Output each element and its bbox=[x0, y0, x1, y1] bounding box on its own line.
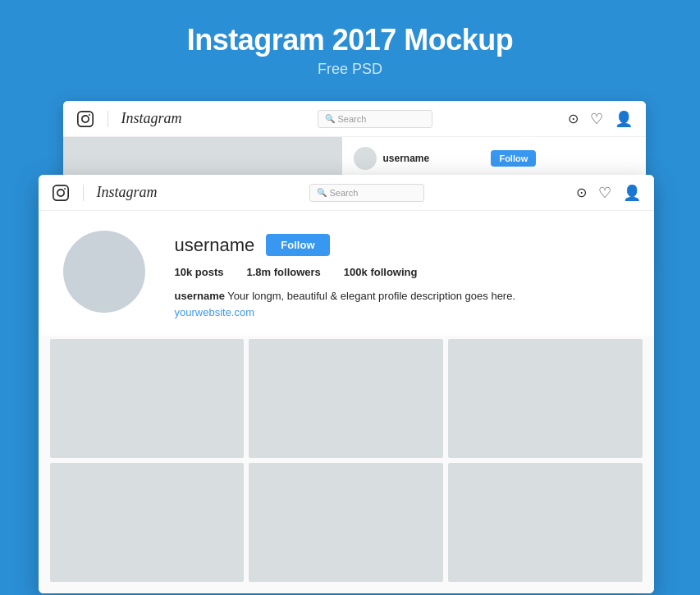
follow-button-profile[interactable]: Follow bbox=[266, 234, 329, 256]
svg-point-1 bbox=[81, 115, 88, 121]
profile-icon[interactable]: 👤 bbox=[615, 110, 633, 128]
logo-area-front: Instagram bbox=[52, 184, 158, 202]
instagram-logo-icon bbox=[76, 110, 94, 128]
stat-posts: 10k posts bbox=[175, 266, 224, 278]
stat-followers: 1.8m followers bbox=[247, 266, 321, 278]
search-placeholder-front: Search bbox=[330, 188, 359, 198]
grid-row-2 bbox=[50, 463, 643, 582]
heart-icon-front[interactable]: ♡ bbox=[598, 184, 611, 202]
heart-icon[interactable]: ♡ bbox=[590, 110, 603, 128]
instagram-wordmark-front: Instagram bbox=[97, 184, 158, 201]
profile-stats-row: 10k posts 1.8m followers 100k following bbox=[175, 266, 629, 278]
bio-username: username bbox=[175, 290, 225, 302]
svg-point-4 bbox=[57, 189, 63, 195]
search-box-front[interactable]: 🔍 Search bbox=[309, 184, 424, 202]
grid-cell-2-3[interactable] bbox=[448, 463, 643, 582]
svg-point-5 bbox=[64, 188, 66, 190]
profile-header: username Follow 10k posts 1.8m followers… bbox=[39, 211, 654, 336]
nav-icons-front: ⊙ ♡ 👤 bbox=[576, 184, 641, 202]
nav-divider bbox=[108, 111, 108, 127]
stat-posts-label: posts bbox=[195, 266, 224, 278]
nav-divider-front bbox=[83, 185, 84, 201]
search-icon: 🔍 bbox=[325, 114, 335, 123]
nav-bar-back: Instagram 🔍 Search ⊙ ♡ 👤 bbox=[63, 101, 646, 137]
compass-icon[interactable]: ⊙ bbox=[568, 111, 579, 126]
logo-area: Instagram bbox=[76, 110, 182, 128]
stat-following: 100k following bbox=[344, 266, 418, 278]
profile-icon-front[interactable]: 👤 bbox=[623, 184, 641, 202]
instagram-wordmark: Instagram bbox=[121, 110, 182, 127]
stat-following-count: 100k bbox=[344, 266, 368, 278]
nav-search-area: 🔍 Search bbox=[182, 110, 568, 128]
profile-avatar bbox=[63, 231, 145, 313]
stat-followers-count: 1.8m bbox=[247, 266, 272, 278]
bio-text: Your longm, beautiful & elegant profile … bbox=[225, 290, 515, 302]
profile-grid bbox=[39, 336, 654, 593]
stat-followers-label: followers bbox=[274, 266, 321, 278]
card-front: Instagram 🔍 Search ⊙ ♡ 👤 username Follow bbox=[39, 175, 654, 593]
stat-posts-count: 10k bbox=[175, 266, 193, 278]
search-icon-front: 🔍 bbox=[317, 188, 327, 197]
stat-following-label: following bbox=[370, 266, 417, 278]
nav-icons: ⊙ ♡ 👤 bbox=[568, 110, 633, 128]
profile-username: username bbox=[175, 235, 255, 256]
post-user-row: username Follow bbox=[354, 147, 537, 170]
compass-icon-front[interactable]: ⊙ bbox=[576, 185, 587, 200]
grid-cell-2-1[interactable] bbox=[50, 463, 245, 582]
nav-search-area-front: 🔍 Search bbox=[158, 184, 576, 202]
grid-cell-1-3[interactable] bbox=[448, 339, 643, 458]
follow-button-back[interactable]: Follow bbox=[491, 150, 536, 167]
post-username: username bbox=[383, 153, 430, 164]
svg-rect-3 bbox=[53, 185, 67, 199]
post-avatar bbox=[354, 147, 377, 170]
hero-title: Instagram 2017 Mockup bbox=[187, 23, 514, 57]
svg-rect-0 bbox=[77, 111, 92, 126]
search-placeholder: Search bbox=[338, 114, 367, 124]
nav-bar-front: Instagram 🔍 Search ⊙ ♡ 👤 bbox=[39, 175, 654, 211]
search-box[interactable]: 🔍 Search bbox=[318, 110, 432, 128]
profile-name-row: username Follow bbox=[175, 234, 629, 256]
hero-subtitle: Free PSD bbox=[318, 61, 382, 78]
profile-bio: username Your longm, beautiful & elegant… bbox=[175, 288, 629, 304]
mockup-container: Instagram 🔍 Search ⊙ ♡ 👤 username bbox=[39, 101, 662, 561]
grid-cell-1-2[interactable] bbox=[249, 339, 443, 458]
grid-cell-1-1[interactable] bbox=[50, 339, 245, 458]
grid-row-1 bbox=[50, 339, 643, 458]
profile-website[interactable]: yourwebsite.com bbox=[175, 306, 255, 318]
profile-info: username Follow 10k posts 1.8m followers… bbox=[175, 231, 629, 319]
svg-point-2 bbox=[89, 114, 90, 116]
instagram-logo-icon-front bbox=[52, 184, 70, 202]
grid-cell-2-2[interactable] bbox=[249, 463, 443, 582]
